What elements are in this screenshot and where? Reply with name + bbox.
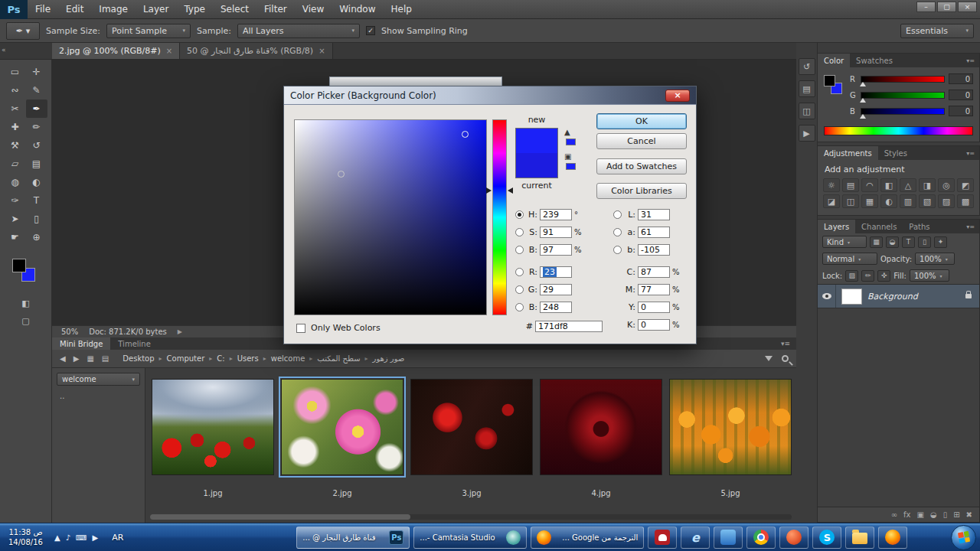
hand-tool[interactable]: ☛ xyxy=(5,228,26,246)
close-tab-icon[interactable]: × xyxy=(166,47,172,55)
document-tab-2[interactable]: قناة طارق النجار @ 50% (RGB/8) × xyxy=(180,43,332,59)
close-tab-icon[interactable]: × xyxy=(318,47,325,55)
threshold-icon[interactable]: ▧ xyxy=(919,194,936,208)
taskbar-clock[interactable]: 11:38 ص 14/08/16 xyxy=(4,527,47,548)
scrollbar-thumb[interactable] xyxy=(150,514,410,520)
move-tool[interactable]: ✛ xyxy=(26,63,47,81)
brightness-radio[interactable] xyxy=(515,246,524,254)
dodge-tool[interactable]: ◐ xyxy=(26,173,47,191)
adjustment-layer-icon[interactable]: ◒ xyxy=(930,510,937,519)
gradient-map-icon[interactable]: ▨ xyxy=(938,194,955,208)
lab-a-radio[interactable] xyxy=(613,228,622,236)
history-panel-icon[interactable]: ↺ xyxy=(799,58,815,75)
menu-select[interactable]: Select xyxy=(213,0,256,18)
color-libraries-button[interactable]: Color Libraries xyxy=(596,183,687,199)
invert-icon[interactable]: ◐ xyxy=(880,194,897,208)
tab-swatches[interactable]: Swatches xyxy=(850,54,899,67)
red-input[interactable]: 23 xyxy=(540,266,572,278)
selective-color-icon[interactable]: ▩ xyxy=(957,194,974,208)
menu-filter[interactable]: Filter xyxy=(256,0,295,18)
filter-shape-layers-icon[interactable]: ▯ xyxy=(918,236,931,248)
panel-menu-icon[interactable]: ▾≡ xyxy=(775,337,796,350)
taskbar-blue-app-button[interactable] xyxy=(714,527,743,549)
navigation-pod-dropdown[interactable]: welcome ▾ xyxy=(57,373,140,386)
channel-mixer-icon[interactable]: ◫ xyxy=(842,194,859,208)
vibrance-icon[interactable]: △ xyxy=(900,178,916,192)
yellow-input[interactable]: 0 xyxy=(638,302,670,313)
slider-knob[interactable] xyxy=(860,82,866,86)
file-item-5[interactable]: 5.jpg xyxy=(669,379,792,523)
lab-b-input[interactable]: -105 xyxy=(638,244,670,256)
thumbnail-image-5[interactable] xyxy=(669,379,792,475)
breadcrumb-computer[interactable]: Computer xyxy=(167,354,205,363)
black-input[interactable]: 0 xyxy=(638,319,670,331)
brush-tool[interactable]: ✏ xyxy=(26,118,47,136)
recorder-icon[interactable]: ▶ xyxy=(92,533,98,542)
layer-visibility-cell[interactable] xyxy=(818,285,836,308)
kind-dropdown[interactable]: Kind ▾ xyxy=(822,236,867,248)
horizontal-scrollbar[interactable] xyxy=(150,514,792,520)
zoom-level[interactable]: 50% xyxy=(61,328,78,336)
panel-menu-icon[interactable]: ▾≡ xyxy=(962,146,979,160)
taskbar-firefox-button[interactable] xyxy=(878,527,907,549)
green-slider[interactable] xyxy=(861,92,945,99)
color-field[interactable] xyxy=(294,119,487,315)
slider-knob[interactable] xyxy=(860,98,866,103)
brightness-input[interactable]: 97 xyxy=(540,244,572,256)
menu-image[interactable]: Image xyxy=(91,0,136,18)
lab-l-input[interactable]: 31 xyxy=(638,209,670,220)
taskbar-skype-button[interactable]: S xyxy=(812,527,841,549)
zoom-tool[interactable]: ⊕ xyxy=(26,228,47,246)
slider-knob[interactable] xyxy=(860,114,866,119)
web-safe-cube-icon[interactable]: ▣ xyxy=(564,152,571,161)
black-white-icon[interactable]: ◩ xyxy=(957,178,974,192)
saturation-input[interactable]: 91 xyxy=(540,227,572,238)
levels-icon[interactable]: ▤ xyxy=(842,178,859,192)
menu-window[interactable]: Window xyxy=(332,0,383,18)
breadcrumb-desktop-arabic[interactable]: سطح المكتب xyxy=(317,354,360,363)
hue-slider-arrow-left[interactable] xyxy=(486,187,492,194)
blur-tool[interactable]: ◍ xyxy=(5,173,26,191)
brightness-contrast-icon[interactable]: ☼ xyxy=(823,178,840,192)
thumbnail-image-1[interactable] xyxy=(152,379,274,475)
thumbnail-image-3[interactable] xyxy=(410,379,533,475)
file-item-1[interactable]: 1.jpg xyxy=(152,379,274,523)
quick-mask-icon[interactable]: ◧ xyxy=(21,298,29,308)
posterize-icon[interactable]: ▥ xyxy=(900,194,916,208)
curves-icon[interactable]: ◠ xyxy=(861,178,878,192)
new-layer-icon[interactable]: ⊞ xyxy=(953,510,959,519)
gamut-warning-icon[interactable]: ▲ xyxy=(564,128,570,136)
tab-layers[interactable]: Layers xyxy=(818,220,855,233)
saturation-radio[interactable] xyxy=(515,228,524,236)
eraser-tool[interactable]: ▱ xyxy=(5,155,26,173)
info-panel-icon[interactable]: ◫ xyxy=(799,103,815,119)
lab-b-radio[interactable] xyxy=(613,246,622,254)
gradient-tool[interactable]: ▤ xyxy=(26,155,47,173)
file-item-4[interactable]: 4.jpg xyxy=(540,379,662,523)
spot-healing-brush-tool[interactable]: ✚ xyxy=(5,118,26,136)
screen-mode-icon[interactable]: ▢ xyxy=(21,316,29,326)
fill-dropdown[interactable]: 100% ▾ xyxy=(910,269,949,282)
red-slider[interactable] xyxy=(861,76,945,83)
filter-icon[interactable] xyxy=(765,356,773,361)
hue-slider-arrow-right[interactable] xyxy=(508,187,513,194)
start-button[interactable] xyxy=(951,525,976,550)
tab-timeline[interactable]: Timeline xyxy=(110,337,158,350)
collapse-left-dock-icon[interactable]: « xyxy=(2,46,6,54)
keyboard-icon[interactable]: ⌨ xyxy=(76,533,87,542)
tab-styles[interactable]: Styles xyxy=(878,146,913,160)
dialog-close-button[interactable]: × xyxy=(665,90,690,102)
hue-input[interactable]: 239 xyxy=(540,209,572,220)
workspace-switcher[interactable]: Essentials ▾ xyxy=(900,24,974,38)
history-brush-tool[interactable]: ↺ xyxy=(26,136,47,155)
restore-button[interactable]: ▢ xyxy=(937,2,956,12)
blue-slider[interactable] xyxy=(861,108,945,115)
opacity-dropdown[interactable]: 100% ▾ xyxy=(915,253,955,265)
crop-tool[interactable]: ✂ xyxy=(5,99,26,118)
filter-type-layers-icon[interactable]: T xyxy=(902,236,915,248)
hidden-icons-icon[interactable]: ▲ xyxy=(54,533,60,542)
taskbar-photoshop-button[interactable]: ... @ قناة طارق النجار Ps xyxy=(296,527,410,549)
tab-paths[interactable]: Paths xyxy=(903,220,936,233)
red-radio[interactable] xyxy=(515,268,524,276)
sample-dropdown[interactable]: All Layers ▾ xyxy=(237,24,360,38)
